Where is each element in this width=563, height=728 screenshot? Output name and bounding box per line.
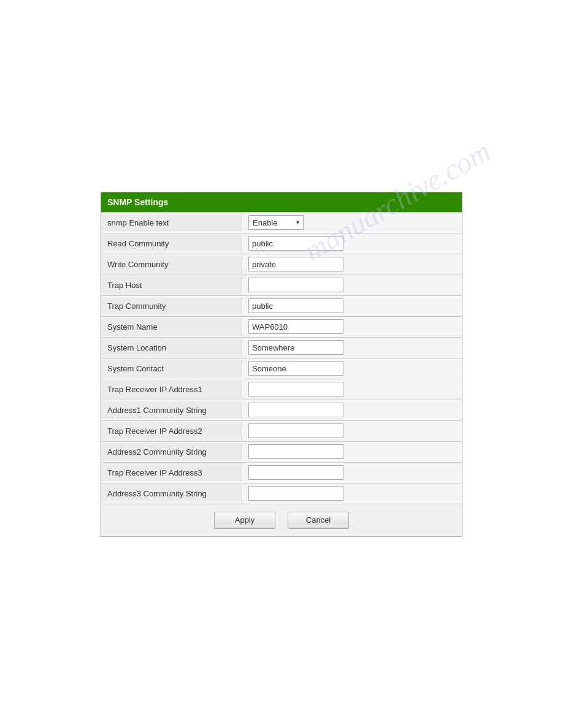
value-write-community	[242, 254, 462, 274]
row-system-location: System Location	[101, 337, 462, 358]
value-address2-community	[242, 442, 462, 461]
label-write-community: Write Community	[101, 256, 242, 273]
label-system-contact: System Contact	[101, 360, 242, 377]
address2-community-input[interactable]	[248, 444, 343, 459]
trap-receiver-ip1-input[interactable]	[248, 382, 343, 396]
label-trap-receiver-ip2: Trap Receiver IP Address2	[101, 423, 242, 439]
value-address1-community	[242, 400, 462, 420]
row-address2-community: Address2 Community String	[101, 441, 462, 462]
row-trap-receiver-ip1: Trap Receiver IP Address1	[101, 379, 462, 400]
system-name-input[interactable]	[248, 319, 343, 334]
label-trap-receiver-ip1: Trap Receiver IP Address1	[101, 381, 242, 398]
row-trap-receiver-ip3: Trap Receiver IP Address3	[101, 462, 462, 483]
row-system-name: System Name	[101, 316, 462, 337]
row-address3-community: Address3 Community String	[101, 483, 462, 504]
label-trap-receiver-ip3: Trap Receiver IP Address3	[101, 464, 242, 481]
system-location-input[interactable]	[248, 340, 343, 355]
value-snmp-enable: Enable Disable	[242, 213, 462, 232]
snmp-enable-select[interactable]: Enable Disable	[248, 215, 304, 230]
row-snmp-enable: snmp Enable text Enable Disable	[101, 212, 462, 233]
apply-button[interactable]: Apply	[214, 512, 275, 529]
value-system-name	[242, 317, 462, 336]
trap-receiver-ip3-input[interactable]	[248, 465, 343, 480]
page-container: manuarchive.com SNMP Settings snmp Enabl…	[0, 0, 563, 728]
label-trap-host: Trap Host	[101, 277, 242, 294]
read-community-input[interactable]	[248, 236, 343, 251]
snmp-settings-title: SNMP Settings	[101, 192, 462, 212]
value-trap-receiver-ip1	[242, 379, 462, 399]
label-system-location: System Location	[101, 339, 242, 356]
value-system-location	[242, 338, 462, 357]
label-address3-community: Address3 Community String	[101, 485, 242, 502]
row-write-community: Write Community	[101, 254, 462, 275]
label-snmp-enable: snmp Enable text	[101, 214, 242, 231]
value-read-community	[242, 233, 462, 253]
label-address2-community: Address2 Community String	[101, 444, 242, 460]
value-address3-community	[242, 483, 462, 503]
row-system-contact: System Contact	[101, 358, 462, 379]
row-read-community: Read Community	[101, 233, 462, 254]
row-trap-receiver-ip2: Trap Receiver IP Address2	[101, 420, 462, 441]
write-community-input[interactable]	[248, 257, 343, 271]
label-system-name: System Name	[101, 319, 242, 335]
label-read-community: Read Community	[101, 235, 242, 252]
row-address1-community: Address1 Community String	[101, 400, 462, 420]
label-trap-community: Trap Community	[101, 298, 242, 314]
trap-host-input[interactable]	[248, 278, 343, 292]
trap-receiver-ip2-input[interactable]	[248, 423, 343, 438]
row-trap-community: Trap Community	[101, 295, 462, 316]
system-contact-input[interactable]	[248, 361, 343, 376]
address3-community-input[interactable]	[248, 486, 343, 501]
button-row: Apply Cancel	[101, 504, 462, 536]
cancel-button[interactable]: Cancel	[288, 512, 349, 529]
row-trap-host: Trap Host	[101, 275, 462, 295]
value-trap-receiver-ip2	[242, 421, 462, 441]
trap-community-input[interactable]	[248, 298, 343, 313]
select-wrapper-snmp-enable[interactable]: Enable Disable	[248, 215, 304, 230]
address1-community-input[interactable]	[248, 403, 343, 417]
label-address1-community: Address1 Community String	[101, 402, 242, 419]
snmp-settings-panel: SNMP Settings snmp Enable text Enable Di…	[101, 192, 462, 537]
value-trap-host	[242, 275, 462, 295]
value-system-contact	[242, 358, 462, 378]
value-trap-receiver-ip3	[242, 463, 462, 482]
value-trap-community	[242, 296, 462, 316]
